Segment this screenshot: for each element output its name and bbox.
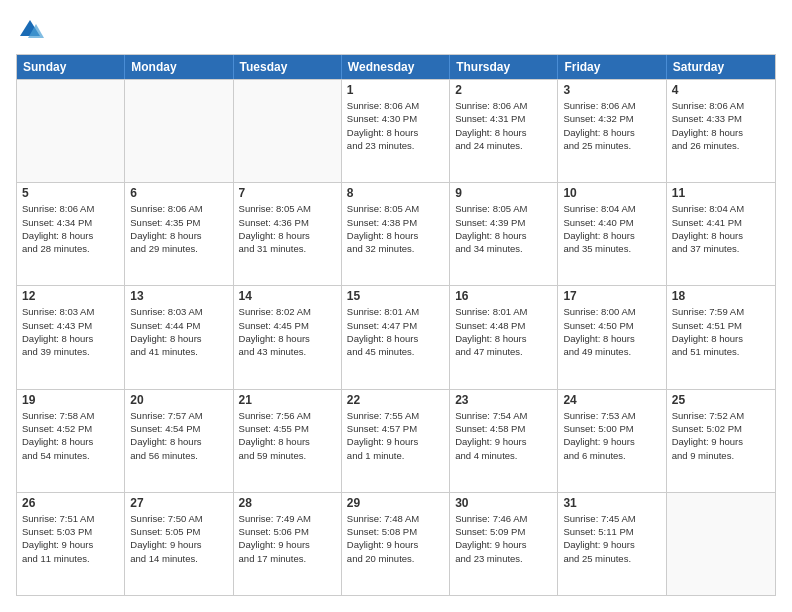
- day-info: Sunrise: 7:45 AM Sunset: 5:11 PM Dayligh…: [563, 512, 660, 565]
- calendar-day-29: 29Sunrise: 7:48 AM Sunset: 5:08 PM Dayli…: [342, 493, 450, 595]
- day-number: 3: [563, 83, 660, 97]
- day-info: Sunrise: 8:06 AM Sunset: 4:33 PM Dayligh…: [672, 99, 770, 152]
- calendar-cell-empty: [17, 80, 125, 182]
- calendar-day-4: 4Sunrise: 8:06 AM Sunset: 4:33 PM Daylig…: [667, 80, 775, 182]
- day-info: Sunrise: 7:57 AM Sunset: 4:54 PM Dayligh…: [130, 409, 227, 462]
- calendar: SundayMondayTuesdayWednesdayThursdayFrid…: [16, 54, 776, 596]
- calendar-day-6: 6Sunrise: 8:06 AM Sunset: 4:35 PM Daylig…: [125, 183, 233, 285]
- calendar-day-10: 10Sunrise: 8:04 AM Sunset: 4:40 PM Dayli…: [558, 183, 666, 285]
- calendar-day-16: 16Sunrise: 8:01 AM Sunset: 4:48 PM Dayli…: [450, 286, 558, 388]
- day-info: Sunrise: 7:56 AM Sunset: 4:55 PM Dayligh…: [239, 409, 336, 462]
- day-number: 7: [239, 186, 336, 200]
- day-info: Sunrise: 7:59 AM Sunset: 4:51 PM Dayligh…: [672, 305, 770, 358]
- calendar-day-21: 21Sunrise: 7:56 AM Sunset: 4:55 PM Dayli…: [234, 390, 342, 492]
- day-number: 17: [563, 289, 660, 303]
- day-number: 30: [455, 496, 552, 510]
- calendar-cell-empty: [234, 80, 342, 182]
- calendar-day-9: 9Sunrise: 8:05 AM Sunset: 4:39 PM Daylig…: [450, 183, 558, 285]
- calendar-day-2: 2Sunrise: 8:06 AM Sunset: 4:31 PM Daylig…: [450, 80, 558, 182]
- day-info: Sunrise: 7:58 AM Sunset: 4:52 PM Dayligh…: [22, 409, 119, 462]
- calendar-day-5: 5Sunrise: 8:06 AM Sunset: 4:34 PM Daylig…: [17, 183, 125, 285]
- day-info: Sunrise: 7:54 AM Sunset: 4:58 PM Dayligh…: [455, 409, 552, 462]
- day-number: 5: [22, 186, 119, 200]
- day-number: 22: [347, 393, 444, 407]
- day-number: 10: [563, 186, 660, 200]
- calendar-day-3: 3Sunrise: 8:06 AM Sunset: 4:32 PM Daylig…: [558, 80, 666, 182]
- weekday-header-saturday: Saturday: [667, 55, 775, 79]
- calendar-row-2: 12Sunrise: 8:03 AM Sunset: 4:43 PM Dayli…: [17, 285, 775, 388]
- day-info: Sunrise: 8:06 AM Sunset: 4:32 PM Dayligh…: [563, 99, 660, 152]
- day-info: Sunrise: 7:55 AM Sunset: 4:57 PM Dayligh…: [347, 409, 444, 462]
- calendar-day-1: 1Sunrise: 8:06 AM Sunset: 4:30 PM Daylig…: [342, 80, 450, 182]
- day-info: Sunrise: 8:04 AM Sunset: 4:41 PM Dayligh…: [672, 202, 770, 255]
- calendar-day-17: 17Sunrise: 8:00 AM Sunset: 4:50 PM Dayli…: [558, 286, 666, 388]
- day-number: 11: [672, 186, 770, 200]
- day-number: 21: [239, 393, 336, 407]
- day-info: Sunrise: 8:03 AM Sunset: 4:44 PM Dayligh…: [130, 305, 227, 358]
- day-info: Sunrise: 7:48 AM Sunset: 5:08 PM Dayligh…: [347, 512, 444, 565]
- day-info: Sunrise: 8:06 AM Sunset: 4:34 PM Dayligh…: [22, 202, 119, 255]
- day-info: Sunrise: 8:06 AM Sunset: 4:35 PM Dayligh…: [130, 202, 227, 255]
- day-info: Sunrise: 8:01 AM Sunset: 4:47 PM Dayligh…: [347, 305, 444, 358]
- calendar-day-27: 27Sunrise: 7:50 AM Sunset: 5:05 PM Dayli…: [125, 493, 233, 595]
- weekday-header-sunday: Sunday: [17, 55, 125, 79]
- calendar-day-18: 18Sunrise: 7:59 AM Sunset: 4:51 PM Dayli…: [667, 286, 775, 388]
- logo: [16, 16, 48, 44]
- day-number: 16: [455, 289, 552, 303]
- day-info: Sunrise: 7:49 AM Sunset: 5:06 PM Dayligh…: [239, 512, 336, 565]
- day-number: 4: [672, 83, 770, 97]
- day-info: Sunrise: 8:02 AM Sunset: 4:45 PM Dayligh…: [239, 305, 336, 358]
- day-number: 14: [239, 289, 336, 303]
- weekday-header-tuesday: Tuesday: [234, 55, 342, 79]
- day-info: Sunrise: 7:53 AM Sunset: 5:00 PM Dayligh…: [563, 409, 660, 462]
- day-info: Sunrise: 7:50 AM Sunset: 5:05 PM Dayligh…: [130, 512, 227, 565]
- day-number: 20: [130, 393, 227, 407]
- calendar-day-8: 8Sunrise: 8:05 AM Sunset: 4:38 PM Daylig…: [342, 183, 450, 285]
- page: SundayMondayTuesdayWednesdayThursdayFrid…: [0, 0, 792, 612]
- day-number: 13: [130, 289, 227, 303]
- day-info: Sunrise: 8:05 AM Sunset: 4:38 PM Dayligh…: [347, 202, 444, 255]
- calendar-row-3: 19Sunrise: 7:58 AM Sunset: 4:52 PM Dayli…: [17, 389, 775, 492]
- calendar-cell-empty: [125, 80, 233, 182]
- day-number: 9: [455, 186, 552, 200]
- day-number: 12: [22, 289, 119, 303]
- calendar-day-13: 13Sunrise: 8:03 AM Sunset: 4:44 PM Dayli…: [125, 286, 233, 388]
- calendar-row-1: 5Sunrise: 8:06 AM Sunset: 4:34 PM Daylig…: [17, 182, 775, 285]
- calendar-day-25: 25Sunrise: 7:52 AM Sunset: 5:02 PM Dayli…: [667, 390, 775, 492]
- calendar-day-31: 31Sunrise: 7:45 AM Sunset: 5:11 PM Dayli…: [558, 493, 666, 595]
- day-info: Sunrise: 8:05 AM Sunset: 4:36 PM Dayligh…: [239, 202, 336, 255]
- day-number: 31: [563, 496, 660, 510]
- day-number: 1: [347, 83, 444, 97]
- day-number: 27: [130, 496, 227, 510]
- calendar-day-15: 15Sunrise: 8:01 AM Sunset: 4:47 PM Dayli…: [342, 286, 450, 388]
- day-info: Sunrise: 7:52 AM Sunset: 5:02 PM Dayligh…: [672, 409, 770, 462]
- day-number: 6: [130, 186, 227, 200]
- day-number: 23: [455, 393, 552, 407]
- weekday-header-monday: Monday: [125, 55, 233, 79]
- weekday-header-thursday: Thursday: [450, 55, 558, 79]
- weekday-header-wednesday: Wednesday: [342, 55, 450, 79]
- day-number: 24: [563, 393, 660, 407]
- day-number: 25: [672, 393, 770, 407]
- day-number: 28: [239, 496, 336, 510]
- day-info: Sunrise: 8:00 AM Sunset: 4:50 PM Dayligh…: [563, 305, 660, 358]
- calendar-body: 1Sunrise: 8:06 AM Sunset: 4:30 PM Daylig…: [17, 79, 775, 595]
- logo-icon: [16, 16, 44, 44]
- calendar-day-12: 12Sunrise: 8:03 AM Sunset: 4:43 PM Dayli…: [17, 286, 125, 388]
- day-info: Sunrise: 8:05 AM Sunset: 4:39 PM Dayligh…: [455, 202, 552, 255]
- day-number: 2: [455, 83, 552, 97]
- day-info: Sunrise: 8:04 AM Sunset: 4:40 PM Dayligh…: [563, 202, 660, 255]
- calendar-day-14: 14Sunrise: 8:02 AM Sunset: 4:45 PM Dayli…: [234, 286, 342, 388]
- calendar-day-26: 26Sunrise: 7:51 AM Sunset: 5:03 PM Dayli…: [17, 493, 125, 595]
- day-number: 19: [22, 393, 119, 407]
- calendar-day-30: 30Sunrise: 7:46 AM Sunset: 5:09 PM Dayli…: [450, 493, 558, 595]
- day-info: Sunrise: 7:46 AM Sunset: 5:09 PM Dayligh…: [455, 512, 552, 565]
- day-info: Sunrise: 8:01 AM Sunset: 4:48 PM Dayligh…: [455, 305, 552, 358]
- day-number: 15: [347, 289, 444, 303]
- calendar-header: SundayMondayTuesdayWednesdayThursdayFrid…: [17, 55, 775, 79]
- header: [16, 16, 776, 44]
- calendar-day-22: 22Sunrise: 7:55 AM Sunset: 4:57 PM Dayli…: [342, 390, 450, 492]
- calendar-day-7: 7Sunrise: 8:05 AM Sunset: 4:36 PM Daylig…: [234, 183, 342, 285]
- day-number: 18: [672, 289, 770, 303]
- calendar-day-20: 20Sunrise: 7:57 AM Sunset: 4:54 PM Dayli…: [125, 390, 233, 492]
